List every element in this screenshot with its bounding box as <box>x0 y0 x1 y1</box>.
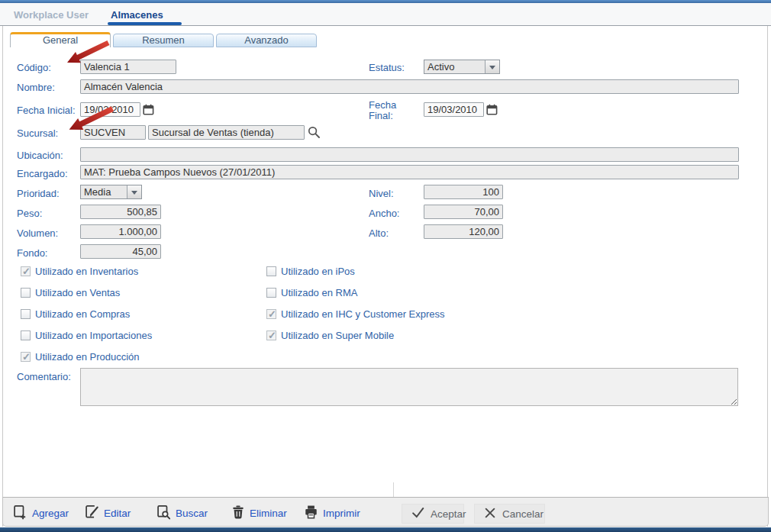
fondo-label: Fondo: <box>17 247 47 259</box>
checkbox-box[interactable] <box>266 266 276 276</box>
cancelar-label: Cancelar <box>502 508 544 520</box>
magnifier-icon[interactable] <box>308 126 321 139</box>
trash-icon <box>231 505 245 522</box>
sucursal-label: Sucursal: <box>17 127 58 139</box>
printer-icon <box>304 505 318 522</box>
fecha-inicial-label: Fecha Inicial: <box>17 105 76 116</box>
checkbox-label: Utilizado en IHC y Customer Express <box>281 308 445 320</box>
checkbox-box[interactable] <box>21 309 31 319</box>
prioridad-label: Prioridad: <box>17 188 60 199</box>
prioridad-value: Media <box>81 185 127 198</box>
tab-resumen[interactable]: Resumen <box>113 34 214 47</box>
checkbox-box[interactable] <box>266 309 276 319</box>
checkbox-label: Utilizado en Super Mobile <box>281 330 394 341</box>
prioridad-select[interactable]: Media <box>80 185 142 199</box>
nav-item-almacenes[interactable]: Almacenes <box>111 9 163 21</box>
buscar-button[interactable]: Buscar <box>156 505 208 522</box>
agregar-label: Agregar <box>32 508 69 519</box>
x-icon <box>484 507 496 521</box>
checkbox-label: Utilizado en Importaciones <box>35 330 152 341</box>
imprimir-button[interactable]: Imprimir <box>304 505 360 522</box>
agregar-button[interactable]: Agregar <box>13 505 69 522</box>
nombre-label: Nombre: <box>17 82 55 93</box>
checkbox-utilizado-ihc-customer-express[interactable]: Utilizado en IHC y Customer Express <box>266 308 445 320</box>
editar-button[interactable]: Editar <box>85 505 131 522</box>
calendar-icon[interactable] <box>486 104 498 115</box>
nivel-label: Nivel: <box>369 188 394 199</box>
editar-label: Editar <box>104 508 131 519</box>
breadcrumb-bar: Workplace User Almacenes <box>0 3 771 26</box>
toolbar-group-divider <box>393 482 394 497</box>
active-nav-underline <box>108 22 182 25</box>
checkbox-utilizado-super-mobile[interactable]: Utilizado en Super Mobile <box>266 330 394 341</box>
checkbox-utilizado-ipos[interactable]: Utilizado en iPos <box>266 266 355 277</box>
peso-label: Peso: <box>17 208 42 219</box>
buscar-label: Buscar <box>176 508 208 519</box>
checkbox-box[interactable] <box>21 352 31 362</box>
eliminar-button[interactable]: Eliminar <box>231 505 287 522</box>
checkbox-utilizado-inventarios[interactable]: Utilizado en Inventarios <box>21 266 138 277</box>
checkbox-box[interactable] <box>21 288 31 298</box>
panel-border-left <box>2 26 3 527</box>
encargado-input[interactable] <box>80 165 739 179</box>
ubicacion-input[interactable] <box>80 147 739 162</box>
ancho-input[interactable] <box>424 205 503 219</box>
checkbox-box[interactable] <box>21 330 31 340</box>
nav-item-workplace-user[interactable]: Workplace User <box>14 9 89 21</box>
comentario-textarea[interactable] <box>80 368 738 406</box>
bottom-toolbar: Agregar Editar Buscar Eliminar Imprimir <box>2 497 769 527</box>
checkbox-box[interactable] <box>266 330 276 340</box>
fecha-final-label: Fecha Final: <box>369 100 408 121</box>
checkbox-label: Utilizado en Producción <box>35 351 140 363</box>
volumen-label: Volumen: <box>17 227 58 239</box>
checkbox-utilizado-rma[interactable]: Utilizado en RMA <box>266 287 357 298</box>
checkbox-utilizado-compras[interactable]: Utilizado en Compras <box>21 308 130 320</box>
almacenes-window: Workplace User Almacenes General Resumen… <box>0 0 771 532</box>
cancelar-button[interactable]: Cancelar <box>474 504 545 524</box>
search-document-icon <box>156 505 171 522</box>
sucursal-code-input[interactable] <box>80 125 146 140</box>
chevron-down-icon[interactable] <box>127 185 141 198</box>
aceptar-button[interactable]: Aceptar <box>402 504 464 524</box>
tab-general[interactable]: General <box>10 32 111 47</box>
checkbox-box[interactable] <box>21 266 31 276</box>
fecha-final-input[interactable] <box>424 102 484 117</box>
calendar-icon[interactable] <box>143 104 154 115</box>
bottom-accent-bar <box>0 527 771 532</box>
checkbox-utilizado-importaciones[interactable]: Utilizado en Importaciones <box>21 330 152 341</box>
checkbox-utilizado-ventas[interactable]: Utilizado en Ventas <box>21 287 120 298</box>
nombre-input[interactable] <box>80 79 739 94</box>
checkbox-label: Utilizado en iPos <box>281 266 355 277</box>
edit-pencil-icon <box>85 505 99 522</box>
checkbox-box[interactable] <box>266 288 276 298</box>
checkbox-utilizado-produccion[interactable]: Utilizado en Producción <box>21 351 140 363</box>
ubicacion-label: Ubicación: <box>17 150 63 161</box>
aceptar-label: Aceptar <box>431 508 466 520</box>
imprimir-label: Imprimir <box>323 508 360 519</box>
fecha-inicial-input[interactable] <box>80 102 140 117</box>
peso-input[interactable] <box>80 205 161 219</box>
checkbox-label: Utilizado en Compras <box>35 308 130 320</box>
checkbox-label: Utilizado en Inventarios <box>35 266 138 277</box>
checkbox-label: Utilizado en RMA <box>281 287 357 298</box>
tab-avanzado[interactable]: Avanzado <box>216 34 317 47</box>
eliminar-label: Eliminar <box>250 508 287 519</box>
add-document-icon <box>13 505 27 522</box>
check-icon <box>411 507 424 521</box>
sucursal-name-input[interactable] <box>148 125 305 140</box>
fondo-input[interactable] <box>80 244 161 259</box>
alto-input[interactable] <box>424 224 503 239</box>
ancho-label: Ancho: <box>369 208 399 219</box>
codigo-input[interactable] <box>80 60 176 74</box>
comentario-label: Comentario: <box>17 371 71 382</box>
volumen-input[interactable] <box>80 224 161 239</box>
estatus-label: Estatus: <box>369 62 405 73</box>
panel-border-right <box>767 26 768 527</box>
estatus-select[interactable]: Activo <box>424 60 500 74</box>
encargado-label: Encargado: <box>17 168 68 179</box>
estatus-value: Activo <box>424 60 485 73</box>
chevron-down-icon[interactable] <box>485 60 499 73</box>
alto-label: Alto: <box>369 227 389 239</box>
codigo-label: Código: <box>17 62 51 73</box>
nivel-input[interactable] <box>424 185 503 199</box>
